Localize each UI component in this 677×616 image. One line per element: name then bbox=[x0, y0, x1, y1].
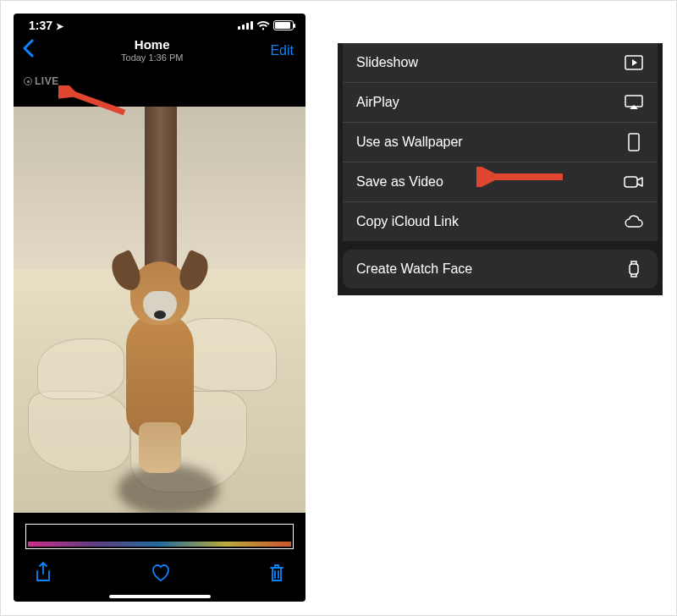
sheet-secondary-group: Create Watch Face bbox=[343, 250, 658, 289]
dog-subject bbox=[92, 245, 228, 481]
back-button[interactable] bbox=[22, 39, 34, 63]
nav-title: Home bbox=[121, 37, 183, 52]
clock-time: 1:37 bbox=[29, 19, 52, 32]
phone-rect-icon bbox=[624, 134, 644, 151]
location-arrow-icon: ➤ bbox=[56, 21, 63, 31]
sheet-label: Create Watch Face bbox=[356, 261, 472, 277]
sheet-label: AirPlay bbox=[356, 95, 399, 110]
watch-icon bbox=[624, 261, 644, 278]
cloud-icon bbox=[624, 213, 644, 230]
sheet-label: Copy iCloud Link bbox=[356, 214, 459, 229]
video-camera-icon bbox=[624, 173, 644, 190]
share-button[interactable] bbox=[34, 562, 52, 587]
status-time: 1:37 ➤ bbox=[29, 19, 63, 32]
airplay-icon bbox=[624, 94, 644, 111]
nav-title-group: Home Today 1:36 PM bbox=[121, 37, 183, 63]
sheet-item-watch-face[interactable]: Create Watch Face bbox=[343, 250, 658, 289]
live-label: LIVE bbox=[35, 75, 59, 87]
sheet-label: Use as Wallpaper bbox=[356, 135, 463, 150]
edit-button[interactable]: Edit bbox=[270, 43, 294, 58]
live-dot-icon bbox=[24, 77, 32, 85]
cellular-signal-icon bbox=[238, 21, 253, 30]
svg-rect-5 bbox=[630, 264, 638, 274]
nav-bar: Home Today 1:36 PM Edit bbox=[14, 34, 305, 70]
scrubber-thumbnail[interactable] bbox=[25, 524, 294, 549]
bottom-toolbar bbox=[14, 558, 305, 591]
status-right bbox=[238, 20, 294, 30]
sheet-item-icloud-link[interactable]: Copy iCloud Link bbox=[343, 202, 658, 241]
sheet-primary-group: Slideshow AirPlay Use as Wallpaper Save … bbox=[343, 43, 658, 241]
svg-rect-3 bbox=[629, 134, 639, 151]
battery-icon bbox=[273, 20, 294, 30]
sheet-label: Slideshow bbox=[356, 55, 418, 70]
nav-subtitle: Today 1:36 PM bbox=[121, 52, 183, 63]
sheet-item-save-video[interactable]: Save as Video bbox=[343, 162, 658, 202]
wifi-icon bbox=[256, 20, 270, 30]
trash-button[interactable] bbox=[268, 563, 285, 586]
phone-screenshot: 1:37 ➤ Home Today 1:36 PM Edit LIVE bbox=[14, 14, 305, 602]
favorite-button[interactable] bbox=[150, 563, 172, 586]
sheet-item-wallpaper[interactable]: Use as Wallpaper bbox=[343, 123, 658, 162]
sheet-item-slideshow[interactable]: Slideshow bbox=[343, 43, 658, 83]
play-box-icon bbox=[624, 54, 644, 71]
sheet-label: Save as Video bbox=[356, 174, 443, 190]
home-indicator[interactable] bbox=[109, 595, 211, 598]
status-bar: 1:37 ➤ bbox=[14, 14, 305, 34]
svg-rect-4 bbox=[625, 177, 637, 187]
share-action-sheet: Slideshow AirPlay Use as Wallpaper Save … bbox=[338, 43, 663, 295]
photo-content bbox=[14, 107, 305, 513]
sheet-item-airplay[interactable]: AirPlay bbox=[343, 83, 658, 123]
live-badge: LIVE bbox=[24, 75, 59, 87]
photo-viewport[interactable] bbox=[14, 107, 305, 513]
